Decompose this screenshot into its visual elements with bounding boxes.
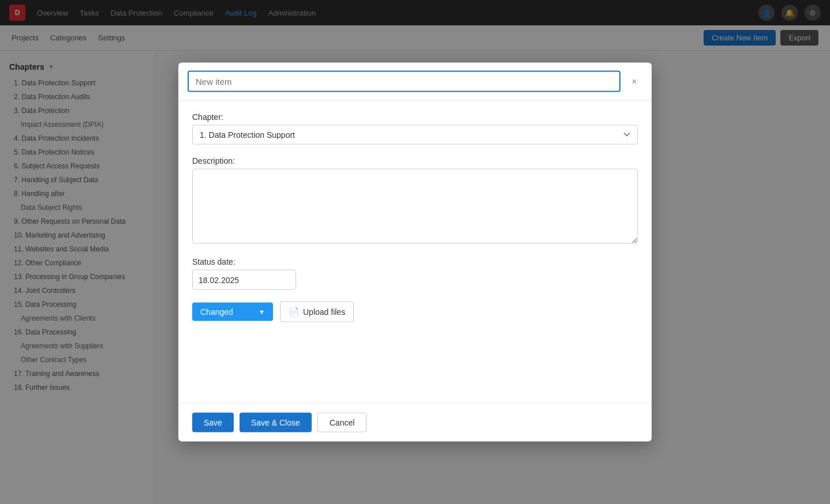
status-changed-button[interactable]: Changed ▼: [192, 303, 273, 321]
actions-row: Changed ▼ 📄 Upload files: [192, 302, 638, 322]
status-date-input[interactable]: [193, 271, 296, 288]
chapter-label: Chapter:: [192, 112, 638, 122]
new-item-modal: × Chapter: 1. Data Protection Support 2.…: [178, 63, 652, 442]
upload-files-button[interactable]: 📄 Upload files: [280, 302, 354, 322]
chapter-group: Chapter: 1. Data Protection Support 2. D…: [192, 112, 638, 145]
status-date-group: Status date: 📅: [192, 257, 638, 290]
modal-footer: Save Save & Close Cancel: [178, 403, 652, 442]
cancel-button[interactable]: Cancel: [317, 413, 367, 432]
chevron-down-icon: ▼: [259, 309, 265, 315]
date-input-wrap: 📅: [192, 270, 296, 290]
save-button[interactable]: Save: [192, 413, 234, 432]
status-date-label: Status date:: [192, 257, 638, 266]
save-close-button[interactable]: Save & Close: [240, 413, 312, 432]
description-group: Description:: [192, 156, 638, 246]
description-textarea[interactable]: [192, 169, 638, 244]
upload-label: Upload files: [303, 307, 345, 317]
modal-body: Chapter: 1. Data Protection Support 2. D…: [178, 101, 652, 334]
upload-icon: 📄: [289, 307, 300, 317]
chapter-select[interactable]: 1. Data Protection Support 2. Data Prote…: [192, 125, 638, 145]
description-label: Description:: [192, 156, 638, 166]
modal-title-bar: ×: [178, 63, 652, 101]
modal-close-button[interactable]: ×: [626, 73, 642, 89]
status-label: Changed: [200, 307, 233, 317]
modal-title-input[interactable]: [188, 71, 620, 92]
